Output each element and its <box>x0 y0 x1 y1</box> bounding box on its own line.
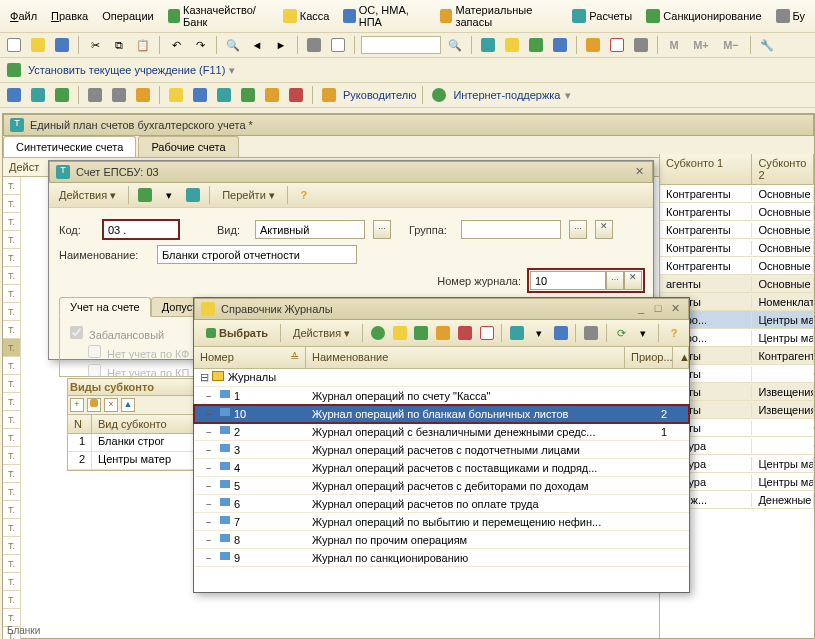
acc-nav-button[interactable] <box>183 185 203 205</box>
name-input[interactable] <box>157 245 357 264</box>
tb-btn-d[interactable] <box>550 35 570 55</box>
grid-row[interactable]: КонтрагентыОсновные сре <box>660 239 814 257</box>
tb3-6[interactable] <box>133 85 153 105</box>
tb3-5[interactable] <box>109 85 129 105</box>
grid-row[interactable]: агентыОсновные сре <box>660 275 814 293</box>
jactions[interactable]: Действия ▾ <box>287 325 356 342</box>
grid-row[interactable]: КонтрагентыОсновные сре <box>660 203 814 221</box>
new-file-button[interactable] <box>4 35 24 55</box>
j-delete[interactable] <box>456 323 474 343</box>
row-marker[interactable]: Т. <box>3 213 21 231</box>
tb3-2[interactable] <box>28 85 48 105</box>
type-select-button[interactable]: ... <box>373 220 391 239</box>
tb3-11[interactable] <box>262 85 282 105</box>
j-copy[interactable] <box>413 323 431 343</box>
row-marker[interactable]: Т. <box>3 465 21 483</box>
calendar-button[interactable] <box>607 35 627 55</box>
select-button[interactable]: Выбрать <box>200 325 274 341</box>
tb-btn-e[interactable] <box>631 35 651 55</box>
row-marker[interactable]: Т. <box>3 501 21 519</box>
tb3-10[interactable] <box>238 85 258 105</box>
jcol-name[interactable]: Наименование <box>306 347 625 368</box>
row-marker[interactable]: Т. <box>3 321 21 339</box>
manager-link[interactable]: Руководителю <box>343 89 416 101</box>
journal-row[interactable]: 4Журнал операций расчетов с поставщиками… <box>194 459 689 477</box>
nav-fwd-button[interactable]: ► <box>271 35 291 55</box>
copy-button[interactable]: ⧉ <box>109 35 129 55</box>
preview-button[interactable] <box>328 35 348 55</box>
row-marker[interactable]: Т. <box>3 339 21 357</box>
menu-acc[interactable]: Бу <box>770 2 811 30</box>
grid-row[interactable]: КонтрагентыОсновные сре <box>660 221 814 239</box>
settings-button[interactable]: 🔧 <box>757 35 777 55</box>
tb3-7[interactable] <box>166 85 186 105</box>
row-marker[interactable]: Т. <box>3 231 21 249</box>
row-marker[interactable]: Т. <box>3 393 21 411</box>
open-button[interactable] <box>28 35 48 55</box>
row-marker[interactable]: Т. <box>3 519 21 537</box>
subacc-row[interactable]: 1Бланки строг <box>68 434 196 452</box>
style-dropdown[interactable] <box>361 36 441 54</box>
acc-help-button[interactable]: ? <box>294 185 314 205</box>
tb-btn-b[interactable] <box>502 35 522 55</box>
paste-button[interactable]: 📋 <box>133 35 153 55</box>
tb3-9[interactable] <box>214 85 234 105</box>
row-marker[interactable]: Т. <box>3 177 21 195</box>
jnum-input[interactable] <box>530 271 606 290</box>
tb-btn-a[interactable] <box>478 35 498 55</box>
menu-cash[interactable]: Касса <box>277 2 336 30</box>
row-marker[interactable]: Т. <box>3 195 21 213</box>
row-marker[interactable]: Т. <box>3 591 21 609</box>
group-input[interactable] <box>461 220 561 239</box>
tab-synthetic[interactable]: Синтетические счета <box>3 136 136 157</box>
menu-edit[interactable]: Правка <box>45 2 94 30</box>
tb3-8[interactable] <box>190 85 210 105</box>
set-org-link[interactable]: Установить текущее учреждение (F11) <box>28 64 225 76</box>
sa-del[interactable]: × <box>104 398 118 412</box>
j-edit[interactable] <box>434 323 452 343</box>
account-close[interactable]: ✕ <box>632 165 646 179</box>
tab-working[interactable]: Рабочие счета <box>138 136 238 157</box>
row-marker[interactable]: Т. <box>3 483 21 501</box>
j-refresh-dd[interactable]: ▾ <box>635 323 653 343</box>
chevron-down-icon[interactable]: ▾ <box>229 64 235 77</box>
tb-btn-c[interactable] <box>526 35 546 55</box>
menu-ops[interactable]: Операции <box>96 2 159 30</box>
group-clear-button[interactable]: ✕ <box>595 220 613 239</box>
save-button[interactable] <box>52 35 72 55</box>
j-addgroup[interactable] <box>391 323 409 343</box>
j-add[interactable] <box>369 323 387 343</box>
menu-treasury[interactable]: Казначейство/Банк <box>162 2 275 30</box>
jcol-prior[interactable]: Приор... <box>625 347 673 368</box>
sa-col-n[interactable]: N <box>68 415 92 433</box>
menu-assets[interactable]: ОС, НМА, НПА <box>337 2 432 30</box>
mem-mminus[interactable]: M− <box>718 35 744 55</box>
redo-button[interactable]: ↷ <box>190 35 210 55</box>
account-goto[interactable]: Перейти ▾ <box>216 187 281 204</box>
subacc-row[interactable]: 2Центры матер <box>68 452 196 470</box>
nav-back-button[interactable]: ◄ <box>247 35 267 55</box>
row-marker[interactable]: Т. <box>3 447 21 465</box>
journals-root[interactable]: ⊟ Журналы <box>194 369 689 387</box>
j-tree-dd[interactable]: ▾ <box>530 323 548 343</box>
j-help[interactable]: ? <box>665 323 683 343</box>
sa-up[interactable]: ▲ <box>121 398 135 412</box>
acc-dd-button[interactable]: ▾ <box>159 185 179 205</box>
journal-row[interactable]: 6Журнал операций расчетов по оплате труд… <box>194 495 689 513</box>
inet-dropdown[interactable]: ▾ <box>565 89 571 102</box>
row-marker[interactable]: Т. <box>3 267 21 285</box>
j-refresh[interactable]: ⟳ <box>613 323 631 343</box>
jcol-scroll[interactable]: ▲ <box>673 347 689 368</box>
jnum-clear-button[interactable]: ✕ <box>624 271 642 290</box>
row-marker[interactable]: Т. <box>3 303 21 321</box>
journal-row[interactable]: 8Журнал по прочим операциям <box>194 531 689 549</box>
menu-sanction[interactable]: Санкционирование <box>640 2 767 30</box>
j-filter[interactable] <box>582 323 600 343</box>
row-marker[interactable]: Т. <box>3 429 21 447</box>
row-marker[interactable]: Т. <box>3 537 21 555</box>
j-tree[interactable] <box>508 323 526 343</box>
row-marker[interactable]: Т. <box>3 555 21 573</box>
subtab-account[interactable]: Учет на счете <box>59 297 151 317</box>
tb3-1[interactable] <box>4 85 24 105</box>
col-subkonto1[interactable]: Субконто 1 <box>660 154 752 184</box>
